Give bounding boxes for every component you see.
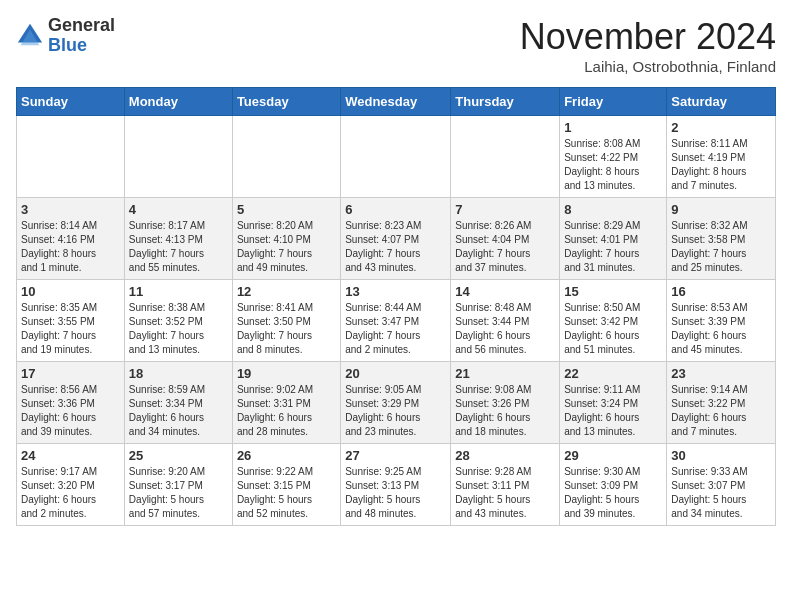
day-info: Sunrise: 9:17 AM Sunset: 3:20 PM Dayligh… <box>21 465 120 521</box>
calendar-cell: 22Sunrise: 9:11 AM Sunset: 3:24 PM Dayli… <box>560 362 667 444</box>
day-number: 20 <box>345 366 446 381</box>
month-title: November 2024 <box>520 16 776 58</box>
calendar-header-sunday: Sunday <box>17 88 125 116</box>
calendar-header-row: SundayMondayTuesdayWednesdayThursdayFrid… <box>17 88 776 116</box>
calendar-cell: 6Sunrise: 8:23 AM Sunset: 4:07 PM Daylig… <box>341 198 451 280</box>
day-number: 18 <box>129 366 228 381</box>
calendar-cell: 30Sunrise: 9:33 AM Sunset: 3:07 PM Dayli… <box>667 444 776 526</box>
logo-general: General <box>48 16 115 36</box>
title-block: November 2024 Laihia, Ostrobothnia, Finl… <box>520 16 776 75</box>
calendar-cell: 26Sunrise: 9:22 AM Sunset: 3:15 PM Dayli… <box>232 444 340 526</box>
calendar-cell <box>341 116 451 198</box>
day-info: Sunrise: 8:56 AM Sunset: 3:36 PM Dayligh… <box>21 383 120 439</box>
day-info: Sunrise: 9:14 AM Sunset: 3:22 PM Dayligh… <box>671 383 771 439</box>
logo-icon <box>16 22 44 50</box>
day-number: 11 <box>129 284 228 299</box>
calendar-cell: 2Sunrise: 8:11 AM Sunset: 4:19 PM Daylig… <box>667 116 776 198</box>
day-number: 15 <box>564 284 662 299</box>
day-info: Sunrise: 8:20 AM Sunset: 4:10 PM Dayligh… <box>237 219 336 275</box>
day-info: Sunrise: 8:44 AM Sunset: 3:47 PM Dayligh… <box>345 301 446 357</box>
day-info: Sunrise: 9:33 AM Sunset: 3:07 PM Dayligh… <box>671 465 771 521</box>
calendar-week-5: 24Sunrise: 9:17 AM Sunset: 3:20 PM Dayli… <box>17 444 776 526</box>
calendar-cell <box>451 116 560 198</box>
day-number: 7 <box>455 202 555 217</box>
day-info: Sunrise: 8:59 AM Sunset: 3:34 PM Dayligh… <box>129 383 228 439</box>
calendar-cell <box>232 116 340 198</box>
day-info: Sunrise: 8:17 AM Sunset: 4:13 PM Dayligh… <box>129 219 228 275</box>
calendar-cell <box>124 116 232 198</box>
day-number: 12 <box>237 284 336 299</box>
day-number: 2 <box>671 120 771 135</box>
calendar-week-4: 17Sunrise: 8:56 AM Sunset: 3:36 PM Dayli… <box>17 362 776 444</box>
calendar-header-friday: Friday <box>560 88 667 116</box>
calendar-header-monday: Monday <box>124 88 232 116</box>
logo-blue: Blue <box>48 36 115 56</box>
day-info: Sunrise: 8:38 AM Sunset: 3:52 PM Dayligh… <box>129 301 228 357</box>
calendar-cell: 16Sunrise: 8:53 AM Sunset: 3:39 PM Dayli… <box>667 280 776 362</box>
day-info: Sunrise: 9:30 AM Sunset: 3:09 PM Dayligh… <box>564 465 662 521</box>
calendar-cell: 11Sunrise: 8:38 AM Sunset: 3:52 PM Dayli… <box>124 280 232 362</box>
calendar-cell: 7Sunrise: 8:26 AM Sunset: 4:04 PM Daylig… <box>451 198 560 280</box>
calendar-cell: 1Sunrise: 8:08 AM Sunset: 4:22 PM Daylig… <box>560 116 667 198</box>
day-info: Sunrise: 8:48 AM Sunset: 3:44 PM Dayligh… <box>455 301 555 357</box>
day-info: Sunrise: 8:41 AM Sunset: 3:50 PM Dayligh… <box>237 301 336 357</box>
calendar-cell: 27Sunrise: 9:25 AM Sunset: 3:13 PM Dayli… <box>341 444 451 526</box>
day-info: Sunrise: 9:02 AM Sunset: 3:31 PM Dayligh… <box>237 383 336 439</box>
day-info: Sunrise: 8:11 AM Sunset: 4:19 PM Dayligh… <box>671 137 771 193</box>
day-info: Sunrise: 8:08 AM Sunset: 4:22 PM Dayligh… <box>564 137 662 193</box>
calendar-cell: 24Sunrise: 9:17 AM Sunset: 3:20 PM Dayli… <box>17 444 125 526</box>
location: Laihia, Ostrobothnia, Finland <box>520 58 776 75</box>
day-number: 17 <box>21 366 120 381</box>
calendar-header-wednesday: Wednesday <box>341 88 451 116</box>
day-number: 3 <box>21 202 120 217</box>
calendar-cell: 3Sunrise: 8:14 AM Sunset: 4:16 PM Daylig… <box>17 198 125 280</box>
calendar-cell: 10Sunrise: 8:35 AM Sunset: 3:55 PM Dayli… <box>17 280 125 362</box>
day-info: Sunrise: 9:25 AM Sunset: 3:13 PM Dayligh… <box>345 465 446 521</box>
day-number: 23 <box>671 366 771 381</box>
calendar-cell: 29Sunrise: 9:30 AM Sunset: 3:09 PM Dayli… <box>560 444 667 526</box>
day-number: 24 <box>21 448 120 463</box>
day-number: 26 <box>237 448 336 463</box>
day-number: 27 <box>345 448 446 463</box>
calendar-table: SundayMondayTuesdayWednesdayThursdayFrid… <box>16 87 776 526</box>
day-number: 4 <box>129 202 228 217</box>
day-info: Sunrise: 8:53 AM Sunset: 3:39 PM Dayligh… <box>671 301 771 357</box>
day-number: 8 <box>564 202 662 217</box>
calendar-cell: 28Sunrise: 9:28 AM Sunset: 3:11 PM Dayli… <box>451 444 560 526</box>
day-number: 1 <box>564 120 662 135</box>
calendar-cell: 21Sunrise: 9:08 AM Sunset: 3:26 PM Dayli… <box>451 362 560 444</box>
day-number: 6 <box>345 202 446 217</box>
day-info: Sunrise: 8:50 AM Sunset: 3:42 PM Dayligh… <box>564 301 662 357</box>
day-number: 30 <box>671 448 771 463</box>
calendar-cell: 9Sunrise: 8:32 AM Sunset: 3:58 PM Daylig… <box>667 198 776 280</box>
day-number: 9 <box>671 202 771 217</box>
calendar-cell: 17Sunrise: 8:56 AM Sunset: 3:36 PM Dayli… <box>17 362 125 444</box>
day-info: Sunrise: 8:32 AM Sunset: 3:58 PM Dayligh… <box>671 219 771 275</box>
day-info: Sunrise: 9:05 AM Sunset: 3:29 PM Dayligh… <box>345 383 446 439</box>
calendar-cell: 5Sunrise: 8:20 AM Sunset: 4:10 PM Daylig… <box>232 198 340 280</box>
day-number: 28 <box>455 448 555 463</box>
calendar-cell: 8Sunrise: 8:29 AM Sunset: 4:01 PM Daylig… <box>560 198 667 280</box>
calendar-header-thursday: Thursday <box>451 88 560 116</box>
day-number: 5 <box>237 202 336 217</box>
calendar-cell: 18Sunrise: 8:59 AM Sunset: 3:34 PM Dayli… <box>124 362 232 444</box>
calendar-cell: 4Sunrise: 8:17 AM Sunset: 4:13 PM Daylig… <box>124 198 232 280</box>
day-info: Sunrise: 8:14 AM Sunset: 4:16 PM Dayligh… <box>21 219 120 275</box>
calendar-cell: 23Sunrise: 9:14 AM Sunset: 3:22 PM Dayli… <box>667 362 776 444</box>
calendar-week-3: 10Sunrise: 8:35 AM Sunset: 3:55 PM Dayli… <box>17 280 776 362</box>
calendar-cell <box>17 116 125 198</box>
day-number: 22 <box>564 366 662 381</box>
day-info: Sunrise: 9:28 AM Sunset: 3:11 PM Dayligh… <box>455 465 555 521</box>
day-number: 29 <box>564 448 662 463</box>
calendar-week-1: 1Sunrise: 8:08 AM Sunset: 4:22 PM Daylig… <box>17 116 776 198</box>
day-info: Sunrise: 9:08 AM Sunset: 3:26 PM Dayligh… <box>455 383 555 439</box>
day-info: Sunrise: 9:20 AM Sunset: 3:17 PM Dayligh… <box>129 465 228 521</box>
day-info: Sunrise: 8:26 AM Sunset: 4:04 PM Dayligh… <box>455 219 555 275</box>
header: General Blue November 2024 Laihia, Ostro… <box>16 16 776 75</box>
calendar-header-saturday: Saturday <box>667 88 776 116</box>
day-info: Sunrise: 8:29 AM Sunset: 4:01 PM Dayligh… <box>564 219 662 275</box>
day-number: 19 <box>237 366 336 381</box>
day-number: 25 <box>129 448 228 463</box>
calendar-cell: 12Sunrise: 8:41 AM Sunset: 3:50 PM Dayli… <box>232 280 340 362</box>
calendar-header-tuesday: Tuesday <box>232 88 340 116</box>
